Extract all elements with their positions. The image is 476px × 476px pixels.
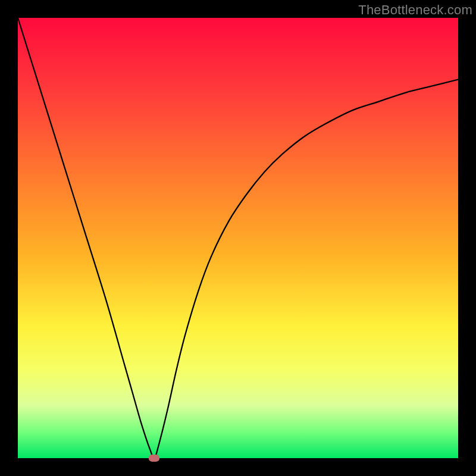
watermark-text: TheBottleneck.com bbox=[358, 2, 472, 18]
plot-area bbox=[18, 18, 458, 458]
optimum-marker bbox=[149, 455, 159, 462]
chart-container: TheBottleneck.com bbox=[0, 0, 476, 476]
bottleneck-curve bbox=[18, 18, 458, 458]
